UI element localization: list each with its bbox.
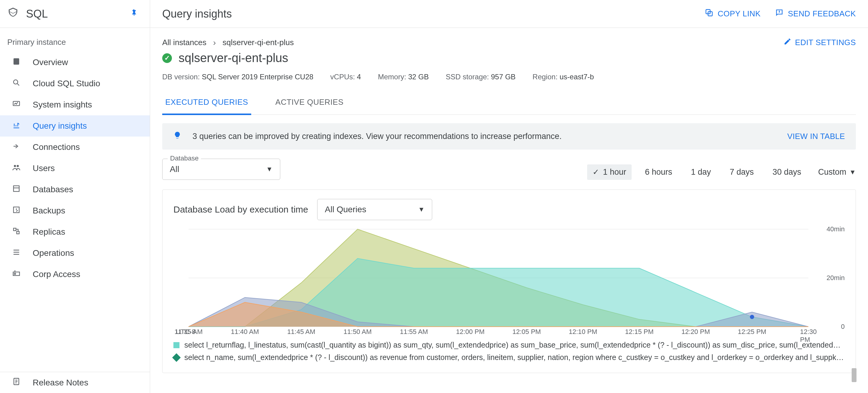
main-content: All instances › sqlserver-qi-ent-plus ED… bbox=[150, 28, 868, 393]
chart-y-tick: 20min bbox=[827, 274, 845, 282]
breadcrumb: All instances › sqlserver-qi-ent-plus ED… bbox=[162, 37, 856, 48]
chart-legend: select l_returnflag, l_linestatus, sum(c… bbox=[174, 339, 845, 364]
chart-y-tick: 40min bbox=[827, 225, 845, 233]
pencil-icon bbox=[783, 37, 792, 48]
sidebar-section-label: Primary instance bbox=[0, 28, 150, 52]
time-range-1hour[interactable]: ✓1 hour bbox=[587, 164, 632, 180]
chevron-down-icon: ▼ bbox=[266, 165, 273, 173]
nav-release-notes[interactable]: Release Notes bbox=[0, 372, 150, 393]
database-select[interactable]: Database All ▼ bbox=[162, 159, 280, 180]
overview-icon bbox=[11, 57, 22, 68]
chart-filter-select[interactable]: All Queries ▼ bbox=[317, 199, 432, 220]
chart-x-tick: 12:10 PM bbox=[569, 328, 597, 336]
connections-icon bbox=[11, 142, 22, 153]
query-tabs: EXECUTED QUERIES ACTIVE QUERIES bbox=[162, 97, 856, 115]
chart-area[interactable]: 020min40min 11:35 AM11:40 AM11:45 AM11:5… bbox=[174, 228, 845, 337]
breadcrumb-root[interactable]: All instances bbox=[162, 38, 207, 47]
chart-x-tick: 12:05 PM bbox=[513, 328, 541, 336]
time-range-30days[interactable]: 30 days bbox=[767, 164, 807, 180]
nav-corp-access[interactable]: Corp Access bbox=[0, 264, 150, 285]
svg-rect-3 bbox=[13, 58, 19, 64]
nav-databases[interactable]: Databases bbox=[0, 179, 150, 200]
legend-item[interactable]: select l_returnflag, l_linestatus, sum(c… bbox=[174, 339, 845, 351]
view-in-table-link[interactable]: VIEW IN TABLE bbox=[787, 132, 845, 141]
databases-icon bbox=[11, 184, 22, 195]
search-icon bbox=[11, 79, 22, 89]
time-range-7days[interactable]: 7 days bbox=[724, 164, 760, 180]
nav-system-insights[interactable]: System insights bbox=[0, 94, 150, 115]
status-ok-icon: ✓ bbox=[162, 53, 172, 63]
nav-overview[interactable]: Overview bbox=[0, 52, 150, 73]
banner-text: 3 queries can be improved by creating in… bbox=[192, 132, 562, 141]
send-feedback-button[interactable]: SEND FEEDBACK bbox=[775, 8, 856, 19]
chart-x-tick: 12:30 PM bbox=[800, 328, 816, 344]
replicas-icon bbox=[11, 227, 22, 237]
users-icon bbox=[11, 163, 22, 174]
svg-point-13 bbox=[14, 273, 16, 274]
legend-item[interactable]: select n_name, sum(l_extendedprice * (? … bbox=[174, 351, 845, 364]
check-icon: ✓ bbox=[593, 168, 599, 177]
svg-point-7 bbox=[17, 165, 19, 167]
nav-replicas[interactable]: Replicas bbox=[0, 221, 150, 243]
monitor-icon bbox=[11, 100, 22, 110]
legend-swatch-icon bbox=[172, 353, 181, 362]
chart-x-tick: 12:15 PM bbox=[625, 328, 653, 336]
chart-x-tick: 12:20 PM bbox=[682, 328, 710, 336]
backups-icon bbox=[11, 206, 22, 216]
page-title: Query insights bbox=[162, 7, 232, 20]
operations-icon bbox=[11, 248, 22, 259]
copy-link-icon bbox=[705, 8, 713, 19]
pin-icon[interactable] bbox=[130, 9, 138, 19]
svg-rect-11 bbox=[17, 231, 19, 234]
chart-title: Database Load by execution time bbox=[174, 204, 308, 215]
release-notes-icon bbox=[11, 377, 22, 388]
chevron-down-icon: ▼ bbox=[849, 168, 856, 176]
legend-scrollbar[interactable] bbox=[851, 368, 857, 382]
time-range-selector: ✓1 hour 6 hours 1 day 7 days 30 days Cus… bbox=[587, 164, 856, 180]
edit-settings-button[interactable]: EDIT SETTINGS bbox=[783, 37, 856, 48]
tab-executed-queries[interactable]: EXECUTED QUERIES bbox=[162, 97, 251, 115]
instance-meta: DB version: SQL Server 2019 Enterprise C… bbox=[162, 73, 856, 81]
lightbulb-icon bbox=[173, 131, 182, 142]
chart-x-tick: 11:45 AM bbox=[287, 328, 315, 336]
time-range-1day[interactable]: 1 day bbox=[685, 164, 716, 180]
svg-point-18 bbox=[750, 315, 754, 319]
chart-x-tick: 12:00 PM bbox=[456, 328, 485, 336]
feedback-icon bbox=[775, 8, 783, 19]
svg-point-6 bbox=[14, 165, 16, 167]
time-range-6hours[interactable]: 6 hours bbox=[640, 164, 678, 180]
chart-x-tick: 11:55 AM bbox=[400, 328, 428, 336]
svg-rect-8 bbox=[13, 186, 19, 191]
breadcrumb-current: sqlserver-qi-ent-plus bbox=[222, 38, 294, 47]
legend-text: select n_name, sum(l_extendedprice * (? … bbox=[184, 353, 845, 362]
instance-name: sqlserver-qi-ent-plus bbox=[179, 51, 288, 65]
brand-product: SQL bbox=[26, 7, 48, 20]
nav-connections[interactable]: Connections bbox=[0, 137, 150, 158]
nav-query-insights[interactable]: Query insights bbox=[0, 115, 150, 137]
legend-swatch-icon bbox=[174, 342, 180, 348]
svg-point-2 bbox=[779, 12, 779, 12]
chart-svg bbox=[174, 228, 845, 337]
chart-x-tick: 12:25 PM bbox=[738, 328, 766, 336]
nav-cloud-sql-studio[interactable]: Cloud SQL Studio bbox=[0, 73, 150, 94]
svg-rect-10 bbox=[13, 228, 16, 231]
tab-active-queries[interactable]: ACTIVE QUERIES bbox=[272, 97, 346, 115]
chart-card: Database Load by execution time All Quer… bbox=[162, 189, 856, 373]
corp-access-icon bbox=[11, 269, 22, 280]
copy-link-button[interactable]: COPY LINK bbox=[705, 8, 761, 19]
time-range-custom[interactable]: Custom ▼ bbox=[814, 168, 856, 177]
database-select-label: Database bbox=[168, 154, 201, 162]
chart-y-tick: 0 bbox=[841, 323, 845, 331]
svg-point-4 bbox=[13, 80, 18, 84]
chart-x-tick: 11:40 AM bbox=[231, 328, 259, 336]
recommendation-banner: 3 queries can be improved by creating in… bbox=[162, 123, 856, 150]
sidebar: Primary instance Overview Cloud SQL Stud… bbox=[0, 28, 150, 393]
chevron-right-icon: › bbox=[213, 38, 216, 48]
legend-text: select l_returnflag, l_linestatus, sum(c… bbox=[184, 341, 845, 350]
nav-users[interactable]: Users bbox=[0, 158, 150, 179]
chart-x-tick: 11:50 AM bbox=[343, 328, 372, 336]
nav-backups[interactable]: Backups bbox=[0, 200, 150, 221]
chevron-down-icon: ▼ bbox=[418, 206, 425, 213]
nav-operations[interactable]: Operations bbox=[0, 243, 150, 264]
chart-tz-label: UTC-8 bbox=[176, 328, 195, 336]
